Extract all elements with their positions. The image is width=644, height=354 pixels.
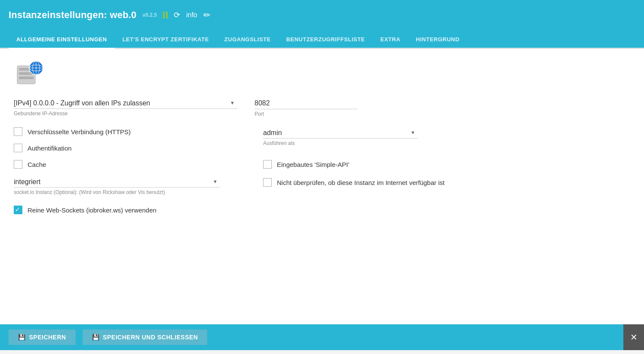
websockets-checkbox[interactable] [14, 206, 22, 214]
edit-icon: ✏ [203, 10, 211, 20]
tab-allgemeine[interactable]: ALLGEMEINE EINSTELLUNGEN [9, 30, 115, 49]
pause-button[interactable] [163, 12, 168, 18]
cache-checkbox[interactable] [14, 160, 22, 169]
port-group: Port [255, 98, 358, 117]
run-as-label: Ausführen als [263, 140, 418, 146]
no-check-row: Nicht überprüfen, ob diese Instanz im In… [263, 178, 630, 187]
https-checkbox[interactable] [14, 127, 22, 136]
run-as-select-wrapper: admin [263, 127, 418, 139]
save-icon: 💾 [18, 334, 26, 341]
pause-icon [163, 12, 168, 18]
simple-api-checkbox[interactable] [263, 160, 272, 169]
run-as-select[interactable]: admin [263, 127, 418, 139]
socket-label: socket.io Instanz (Optional): (Wird von … [14, 189, 220, 195]
auth-checkbox[interactable] [14, 144, 22, 152]
close-button[interactable]: ✕ [623, 324, 644, 350]
refresh-button[interactable]: ⟳ [174, 10, 180, 20]
save-button[interactable]: 💾 SPEICHERN [9, 329, 76, 345]
settings-columns: Verschlüsselte Verbindung (HTTPS) Authen… [14, 127, 630, 222]
edit-button[interactable]: ✏ [203, 10, 211, 20]
nav-tabs: ALLGEMEINE EINSTELLUNGEN LET'S ENCRYPT Z… [0, 30, 644, 49]
version-badge: v0.2.5 [143, 12, 157, 18]
save-close-button[interactable]: 💾 SPEICHERN UND SCHLIESSEN [83, 329, 208, 345]
ip-select-wrapper: [IPv4] 0.0.0.0 - Zugriff von allen IPs z… [14, 98, 237, 109]
ip-address-group: [IPv4] 0.0.0.0 - Zugriff von allen IPs z… [14, 98, 237, 117]
tab-benutzerliste[interactable]: BENUTZERZUGRIFFSLISTE [279, 30, 373, 49]
page-title: Instanzeinstellungen: web.0 [9, 9, 137, 21]
port-label: Port [255, 111, 358, 117]
ip-address-label: Gebundene IP-Adresse [14, 111, 237, 117]
save-close-label: SPEICHERN UND SCHLIESSEN [103, 334, 198, 341]
footer: 💾 SPEICHERN 💾 SPEICHERN UND SCHLIESSEN ✕ [0, 324, 644, 350]
left-column: Verschlüsselte Verbindung (HTTPS) Authen… [14, 127, 237, 222]
tab-extra[interactable]: EXTRA [373, 30, 408, 49]
cache-row: Cache [14, 160, 237, 169]
websockets-row: Reine Web-Sockets (iobroker.ws) verwende… [14, 206, 237, 214]
cache-label[interactable]: Cache [28, 161, 46, 168]
instance-icon [14, 59, 630, 89]
header: Instanzeinstellungen: web.0 v0.2.5 ⟳ inf… [0, 0, 644, 30]
main-content: [IPv4] 0.0.0.0 - Zugriff von allen IPs z… [0, 49, 644, 324]
socket-group: integriert socket.io Instanz (Optional):… [14, 176, 220, 195]
https-row: Verschlüsselte Verbindung (HTTPS) [14, 127, 237, 136]
port-input[interactable] [255, 98, 358, 109]
right-column: admin Ausführen als Eingebautes 'Simple-… [263, 127, 630, 222]
simple-api-label[interactable]: Eingebautes 'Simple-API' [277, 161, 349, 168]
tab-hintergrund[interactable]: HINTERGRUND [408, 30, 467, 49]
tab-letsencrypt[interactable]: LET'S ENCRYPT ZERTIFIKATE [115, 30, 217, 49]
info-label: info [186, 11, 197, 19]
save-label: SPEICHERN [29, 334, 66, 341]
run-as-group: admin Ausführen als [263, 127, 418, 146]
simple-api-row: Eingebautes 'Simple-API' [263, 160, 630, 169]
no-check-checkbox[interactable] [263, 178, 272, 187]
no-check-label[interactable]: Nicht überprüfen, ob diese Instanz im In… [277, 179, 445, 186]
ip-address-select[interactable]: [IPv4] 0.0.0.0 - Zugriff von allen IPs z… [14, 98, 237, 109]
tab-zugangsliste[interactable]: ZUGANGSLISTE [217, 30, 279, 49]
auth-label[interactable]: Authentifikation [28, 145, 72, 152]
socket-select[interactable]: integriert [14, 176, 220, 188]
close-icon: ✕ [630, 332, 638, 342]
save-close-icon: 💾 [92, 334, 100, 341]
websockets-label[interactable]: Reine Web-Sockets (iobroker.ws) verwende… [28, 206, 156, 214]
svg-rect-3 [19, 77, 34, 79]
ip-port-row: [IPv4] 0.0.0.0 - Zugriff von allen IPs z… [14, 98, 630, 117]
auth-row: Authentifikation [14, 144, 237, 152]
https-label[interactable]: Verschlüsselte Verbindung (HTTPS) [28, 128, 131, 135]
socket-select-wrapper: integriert [14, 176, 220, 188]
